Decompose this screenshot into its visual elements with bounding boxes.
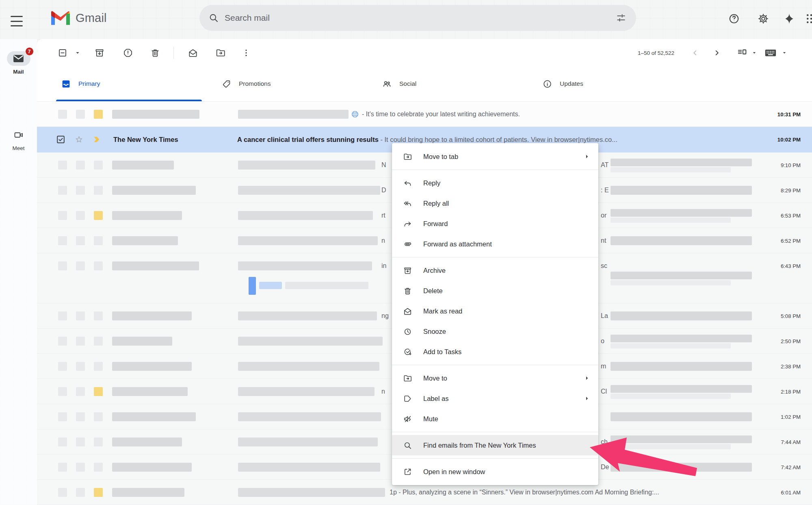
delete-button[interactable]: [148, 46, 162, 60]
snippet-fragment-left: n: [381, 237, 385, 244]
nav-rail: 7 Mail Meet: [0, 39, 37, 505]
tab-promotions[interactable]: Promotions: [209, 66, 370, 101]
snippet-blur-bar-right: [611, 412, 752, 421]
menu-item-label: Snooze: [423, 328, 446, 335]
more-options-icon[interactable]: [239, 46, 253, 60]
select-dropdown-icon[interactable]: [70, 46, 85, 60]
menu-item-label: Forward as attachment: [423, 240, 492, 248]
checkbox-blur: [58, 110, 67, 119]
move-to-button[interactable]: [213, 46, 228, 60]
menu-item-forward-as-attachment[interactable]: Forward as attachment: [392, 234, 598, 254]
row-checkbox-checked[interactable]: [56, 135, 66, 145]
star-icon[interactable]: [74, 135, 84, 144]
snippet-fragment-right: Cl: [601, 388, 607, 395]
nav-rail-meet[interactable]: Meet: [0, 128, 37, 151]
tab-updates[interactable]: Updates: [530, 66, 691, 101]
main-menu-icon[interactable]: [10, 15, 24, 27]
apps-grid-icon[interactable]: [803, 11, 812, 26]
importance-marker-icon: [93, 136, 101, 144]
subject-blur-bar: [238, 236, 378, 245]
email-row[interactable]: 10:31 PM- It's time to celebrate your la…: [37, 102, 812, 127]
settings-gear-icon[interactable]: [756, 11, 771, 26]
menu-divider: [392, 365, 598, 365]
snippet-fragment-right: o: [601, 337, 604, 345]
email-time: 6:01 AM: [781, 489, 801, 495]
keyboard-dropdown-icon[interactable]: [777, 46, 792, 60]
nav-rail-mail[interactable]: 7 Mail: [0, 51, 37, 75]
snippet-fragment-left: D: [381, 187, 386, 194]
blurred-link-bar: [259, 282, 282, 289]
reply-icon: [403, 178, 412, 188]
folder-move-icon: [403, 374, 412, 383]
menu-item-reply[interactable]: Reply: [392, 173, 598, 193]
meet-pill[interactable]: [7, 128, 30, 142]
gmail-logo: Gmail: [51, 11, 107, 25]
subject-blur-bar: [238, 387, 375, 396]
menu-item-label: Label as: [423, 395, 448, 403]
tab-social-label: Social: [399, 80, 416, 87]
menu-item-find-emails-from-the-new-york-times[interactable]: Find emails from The New York Times: [392, 435, 598, 455]
mail-pill[interactable]: 7: [7, 51, 30, 66]
archive-button[interactable]: [92, 46, 107, 60]
menu-item-mute[interactable]: Mute: [392, 409, 598, 429]
subject-blur-bar: [238, 362, 379, 371]
label-icon: [403, 394, 412, 403]
newer-page-icon[interactable]: [688, 46, 702, 60]
importance-blur: [94, 236, 103, 245]
list-toolbar: 1–50 of 52,522: [37, 39, 812, 66]
menu-item-snooze[interactable]: Snooze: [392, 321, 598, 342]
tab-primary[interactable]: Primary: [49, 66, 209, 101]
pagination-count: 1–50 of 52,522: [638, 50, 674, 56]
star-blur: [76, 412, 85, 421]
checkbox-blur: [58, 236, 67, 245]
older-page-icon[interactable]: [710, 46, 724, 60]
checkbox-blur: [58, 362, 67, 371]
importance-blur: [94, 186, 103, 195]
star-blur: [76, 311, 85, 320]
importance-blur: [94, 311, 103, 320]
importance-blur: [94, 463, 103, 472]
star-blur: [76, 110, 85, 119]
submenu-arrow-icon: [583, 394, 591, 403]
email-time: 8:29 PM: [781, 187, 801, 193]
menu-item-reply-all[interactable]: Reply all: [392, 193, 598, 213]
snippet-blur-bar-right: [611, 209, 752, 217]
gemini-sparkle-icon[interactable]: [782, 11, 797, 26]
menu-item-move-to[interactable]: Move to: [392, 368, 598, 388]
snippet-blur-bar-right: [611, 385, 752, 393]
snooze-icon: [403, 327, 412, 336]
inbox-tabs: Primary Promotions Social: [37, 66, 812, 102]
email-subject-line: A cancer clinical trial offers stunning …: [237, 136, 751, 144]
input-tools-keyboard-icon[interactable]: [763, 46, 778, 60]
submenu-arrow-icon: [583, 152, 591, 161]
globe-emoji-icon: [351, 110, 359, 118]
email-time: 5:08 PM: [781, 313, 801, 319]
sender-blur-bar: [112, 110, 199, 119]
menu-item-delete[interactable]: Delete: [392, 281, 598, 301]
mark-unread-button[interactable]: [186, 46, 200, 60]
star-blur: [76, 261, 85, 270]
menu-item-open-in-new-window[interactable]: Open in new window: [392, 461, 598, 482]
help-icon[interactable]: [726, 11, 742, 26]
search-input[interactable]: Search mail: [199, 5, 636, 31]
menu-item-label-as[interactable]: Label as: [392, 388, 598, 409]
mute-icon: [403, 414, 412, 424]
archive-icon: [403, 266, 412, 275]
gmail-screen: { "app": { "name": "Gmail" }, "header": …: [0, 0, 812, 505]
meet-camera-icon: [13, 130, 24, 140]
search-icon[interactable]: [208, 13, 219, 23]
report-spam-button[interactable]: [121, 46, 135, 60]
menu-item-mark-as-read[interactable]: Mark as read: [392, 301, 598, 321]
search-options-icon[interactable]: [616, 13, 626, 23]
split-pane-dropdown-icon[interactable]: [747, 46, 762, 60]
menu-item-label: Open in new window: [423, 468, 485, 476]
tab-promotions-label: Promotions: [239, 80, 271, 87]
menu-item-forward[interactable]: Forward: [392, 213, 598, 234]
menu-item-archive[interactable]: Archive: [392, 260, 598, 281]
select-all-checkbox[interactable]: [55, 46, 70, 60]
menu-item-move-to-tab[interactable]: Move to tab: [392, 146, 598, 167]
tab-social[interactable]: Social: [370, 66, 530, 101]
importance-blur: [94, 412, 103, 421]
menu-item-add-to-tasks[interactable]: Add to Tasks: [392, 342, 598, 362]
unread-badge: 7: [25, 47, 34, 56]
